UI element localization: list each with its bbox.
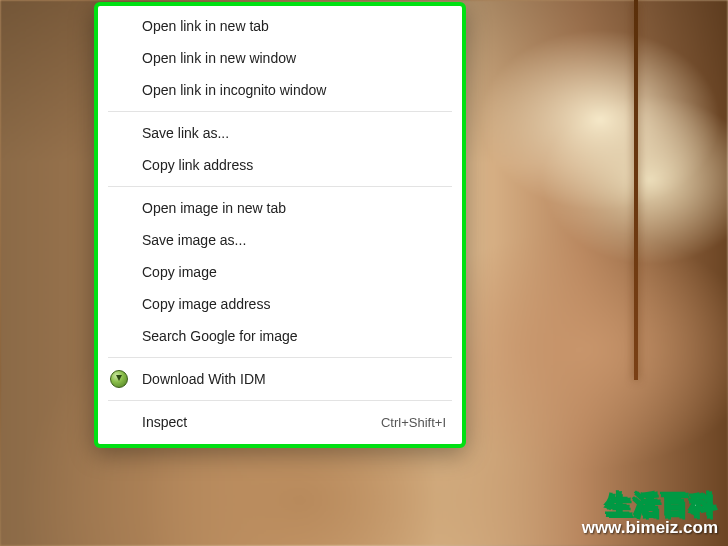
menu-item-inspect[interactable]: Inspect Ctrl+Shift+I [98,406,462,438]
menu-separator [108,357,452,358]
watermark-title: 生活百科 [582,491,718,520]
menu-item-label: Open link in new tab [142,18,446,34]
menu-separator [108,186,452,187]
menu-item-copy-image[interactable]: Copy image [98,256,462,288]
menu-item-open-link-incognito[interactable]: Open link in incognito window [98,74,462,106]
menu-item-label: Save image as... [142,232,446,248]
menu-item-open-link-new-window[interactable]: Open link in new window [98,42,462,74]
menu-item-label: Download With IDM [142,371,446,387]
menu-item-copy-link-address[interactable]: Copy link address [98,149,462,181]
background-decoration [634,0,638,380]
idm-icon [110,370,128,388]
menu-item-label: Open image in new tab [142,200,446,216]
menu-item-label: Inspect [142,414,381,430]
menu-item-label: Open link in new window [142,50,446,66]
menu-item-label: Open link in incognito window [142,82,446,98]
watermark: 生活百科 www.bimeiz.com [582,491,718,538]
menu-separator [108,111,452,112]
menu-item-label: Copy link address [142,157,446,173]
menu-item-open-image-new-tab[interactable]: Open image in new tab [98,192,462,224]
menu-item-label: Copy image [142,264,446,280]
menu-item-save-link-as[interactable]: Save link as... [98,117,462,149]
context-menu: Open link in new tab Open link in new wi… [94,2,466,448]
watermark-url: www.bimeiz.com [582,519,718,538]
menu-item-label: Copy image address [142,296,446,312]
menu-item-label: Save link as... [142,125,446,141]
menu-item-shortcut: Ctrl+Shift+I [381,415,446,430]
menu-item-copy-image-address[interactable]: Copy image address [98,288,462,320]
menu-item-search-google-image[interactable]: Search Google for image [98,320,462,352]
menu-item-save-image-as[interactable]: Save image as... [98,224,462,256]
menu-item-open-link-new-tab[interactable]: Open link in new tab [98,10,462,42]
menu-separator [108,400,452,401]
menu-item-download-with-idm[interactable]: Download With IDM [98,363,462,395]
menu-item-label: Search Google for image [142,328,446,344]
